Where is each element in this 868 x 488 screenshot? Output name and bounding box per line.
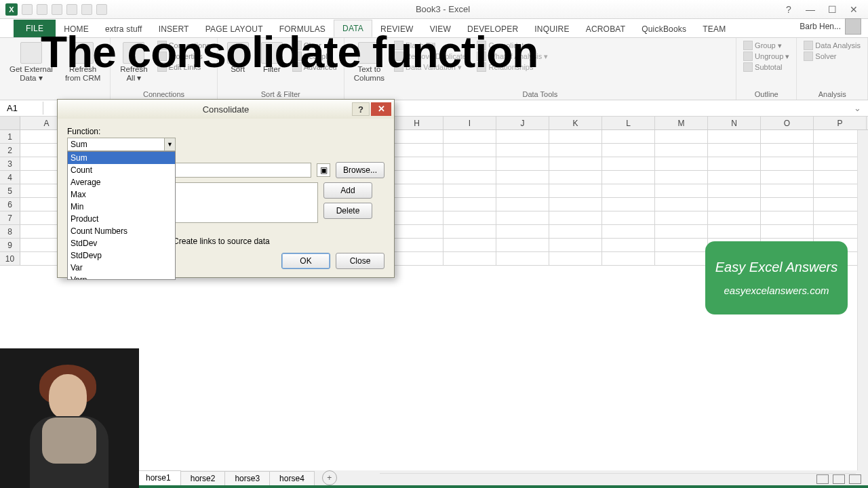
sheet-tab[interactable]: horse4 [269,471,315,485]
function-option[interactable]: Varp [68,274,175,280]
cell[interactable] [496,130,549,143]
minimize-icon[interactable]: — [800,3,821,16]
select-all-corner[interactable] [0,117,20,129]
cell[interactable] [708,184,761,197]
cell[interactable] [708,157,761,170]
close-button[interactable]: ✕ [371,102,391,116]
column-header[interactable]: O [761,117,814,129]
row-header[interactable]: 1 [0,130,20,143]
cell[interactable] [443,252,496,265]
cell[interactable] [602,130,655,143]
subtotal-button[interactable]: Subtotal [743,62,789,72]
cell[interactable] [443,171,496,184]
row-header[interactable]: 6 [0,198,20,211]
cell[interactable] [602,239,655,251]
cell[interactable] [655,252,708,265]
cell[interactable] [443,144,496,157]
solver-button[interactable]: Solver [804,52,861,61]
cell[interactable] [655,198,708,211]
cell[interactable] [708,144,761,157]
chevron-down-icon[interactable]: ▼ [164,138,175,150]
close-icon[interactable]: ✕ [844,3,864,16]
row-header[interactable]: 7 [0,211,20,224]
function-option[interactable]: Min [68,201,175,213]
new-sheet-button[interactable]: + [322,470,337,485]
layout-view-icon[interactable] [833,474,845,484]
cell[interactable] [708,171,761,184]
function-option[interactable]: Count [68,164,175,176]
expand-formula-icon[interactable]: ⌄ [847,103,868,113]
cell[interactable] [443,239,496,251]
qat-save-icon[interactable] [22,4,33,15]
qat-btn[interactable] [96,4,107,15]
cell[interactable] [391,157,443,170]
function-option[interactable]: Count Numbers [68,225,175,237]
dialog-titlebar[interactable]: Consolidate ? ✕ [58,100,394,119]
qat-redo-icon[interactable] [52,4,62,15]
data-analysis-button[interactable]: Data Analysis [804,41,861,50]
cell[interactable] [496,211,549,224]
cell[interactable] [602,211,655,224]
cell[interactable] [443,157,496,170]
cell[interactable] [443,198,496,211]
cell[interactable] [391,130,443,143]
cell[interactable] [602,198,655,211]
column-header[interactable]: J [496,117,549,129]
range-picker-icon[interactable]: ▣ [317,163,330,177]
qat-btn[interactable] [81,4,92,15]
cell[interactable] [761,184,814,197]
cell[interactable] [549,198,602,211]
cell[interactable] [761,198,814,211]
column-header[interactable]: L [602,117,655,129]
cell[interactable] [708,130,761,143]
function-option[interactable]: Product [68,213,175,225]
sheet-tab[interactable]: horse3 [224,471,270,485]
cell[interactable] [602,171,655,184]
cell[interactable] [655,239,708,251]
browse-button[interactable]: Browse... [336,162,384,178]
cell[interactable] [391,252,443,265]
tab-team[interactable]: TEAM [694,21,734,37]
row-header[interactable]: 4 [0,171,20,184]
cell[interactable] [549,130,602,143]
cell[interactable] [655,225,708,238]
cell[interactable] [549,157,602,170]
row-header[interactable]: 10 [0,252,20,265]
cell[interactable] [549,171,602,184]
cell[interactable] [655,157,708,170]
cell[interactable] [655,211,708,224]
cell[interactable] [549,239,602,251]
cell[interactable] [761,130,814,143]
vertical-scrollbar[interactable] [857,130,868,470]
function-input[interactable] [67,138,176,151]
cell[interactable] [391,198,443,211]
function-option[interactable]: StdDevp [68,249,175,262]
cell[interactable] [655,171,708,184]
cell[interactable] [549,144,602,157]
column-header[interactable]: M [655,117,708,129]
cell[interactable] [655,130,708,143]
column-header[interactable]: I [443,117,496,129]
cell[interactable] [602,157,655,170]
cell[interactable] [602,225,655,238]
cell[interactable] [391,144,443,157]
cell[interactable] [443,184,496,197]
add-button[interactable]: Add [323,182,372,199]
row-header[interactable]: 3 [0,157,20,170]
sheet-tab[interactable]: horse2 [180,471,226,485]
group-button[interactable]: Group ▾ [743,41,789,50]
cell[interactable] [549,225,602,238]
function-option[interactable]: Average [68,176,175,188]
cell[interactable] [443,211,496,224]
delete-button[interactable]: Delete [323,203,372,219]
cell[interactable] [655,184,708,197]
close-dialog-button[interactable]: Close [336,253,384,269]
cell[interactable] [496,184,549,197]
cell[interactable] [391,171,443,184]
row-header[interactable]: 5 [0,184,20,197]
cell[interactable] [708,225,761,238]
cell[interactable] [761,157,814,170]
ribbon-options-icon[interactable]: ? [778,3,799,16]
cell[interactable] [443,130,496,143]
column-header[interactable]: K [549,117,602,129]
